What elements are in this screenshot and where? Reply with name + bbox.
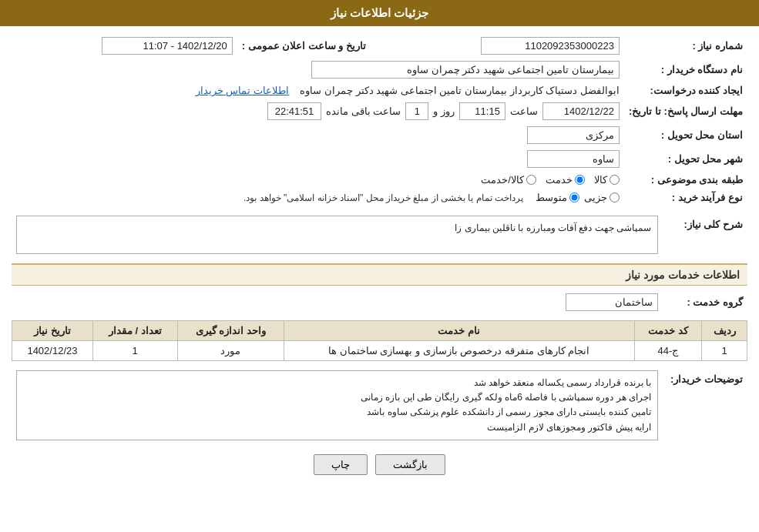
print-button[interactable]: چاپ [314,454,368,475]
cell-count: 1 [92,341,177,361]
process-label: نوع فرآیند خرید : [624,189,747,206]
services-data-table: ردیف کد خدمت نام خدمت واحد اندازه گیری ت… [12,320,747,361]
announcement-time-value: 1402/12/20 - 11:07 [12,34,237,58]
subject-label: طبقه بندی موضوعی : [624,171,747,189]
city-input: ساوه [527,150,620,168]
buyer-org-label: نام دستگاه خریدار : [624,58,747,82]
deadline-days-input: 1 [405,102,428,120]
col-count: تعداد / مقدار [92,321,177,341]
need-number-label: شماره نیاز : [624,34,747,58]
cell-name: انجام کارهای متفرقه درخصوص بازسازی و بهس… [284,341,634,361]
description-table: شرح کلی نیاز: سمپاشی جهت دفع آفات ومبارز… [12,212,747,257]
announcement-time-label: تاریخ و ساعت اعلان عمومی : [237,34,371,58]
buyer-org-input: بیمارستان تامین اجتماعی شهید دکتر چمران … [311,61,620,79]
col-unit: واحد اندازه گیری [177,321,284,341]
page-header: جزئیات اطلاعات نیاز [0,0,759,26]
process-radio-jozi[interactable]: جزیی [584,192,620,203]
col-name: نام خدمت [284,321,634,341]
action-buttons: بازگشت چاپ [12,454,747,475]
province-input: مرکزی [527,126,620,144]
buyer-notes-cell: با برنده قرارداد رسمی یکساله منعقد خواهد… [12,367,663,443]
back-button[interactable]: بازگشت [375,454,445,475]
services-section-title: اطلاعات خدمات مورد نیاز [12,263,747,286]
process-note: پرداخت تمام یا بخشی از مبلغ خریداز محل "… [243,192,523,203]
province-value: مرکزی [12,123,624,147]
buyer-notes-label: توضیحات خریدار: [663,367,747,443]
process-radio-motavasset[interactable]: متوسط [536,192,579,203]
cell-date: 1402/12/23 [12,341,93,361]
buyer-notes-table: توضیحات خریدار: با برنده قرارداد رسمی یک… [12,367,747,443]
group-service-input: ساختمان [566,293,658,311]
subject-radio-kala-khedmat[interactable]: کالا/خدمت [481,174,536,186]
days-label-static: روز و [433,105,455,117]
creator-value: ابوالفضل دستیاک کاربرداز بیمارستان تامین… [12,82,624,99]
page-title: جزئیات اطلاعات نیاز [331,6,428,19]
city-label: شهر محل تحویل : [624,147,747,171]
cell-row: 1 [702,341,747,361]
deadline-label: مهلت ارسال پاسخ: تا تاریخ: [624,99,747,123]
col-date: تاریخ نیاز [12,321,93,341]
col-code: کد خدمت [634,321,702,341]
group-service-table: گروه خدمت : ساختمان [12,290,747,314]
table-row: 1 ج-44 انجام کارهای متفرقه درخصوص بازساز… [12,341,747,361]
cell-unit: مورد [177,341,284,361]
description-box: سمپاشی جهت دفع آفات ومبارزه با ناقلین بی… [16,216,658,254]
announcement-time-input: 1402/12/20 - 11:07 [102,37,233,55]
subject-radio-khedmat[interactable]: خدمت [546,174,585,186]
cell-code: ج-44 [634,341,702,361]
creator-text: ابوالفضل دستیاک کاربرداز بیمارستان تامین… [300,85,620,96]
contact-link[interactable]: اطلاعات تماس خریدار [196,85,289,96]
info-table: شماره نیاز : 1102092353000223 تاریخ و سا… [12,34,747,206]
buyer-notes-box: با برنده قرارداد رسمی یکساله منعقد خواهد… [16,370,658,440]
buyer-note-line-2: اجرای هر دوره سمپاشی با فاصله 6ماه ولکه … [23,390,651,405]
time-label-static: ساعت [510,105,538,117]
process-row: جزیی متوسط پرداخت تمام یا بخشی از مبلغ خ… [12,189,624,206]
group-service-label: گروه خدمت : [663,290,747,314]
buyer-note-line-3: تامین کننده بایستی دارای مجوز رسمی از دا… [23,405,651,420]
buyer-org-value: بیمارستان تامین اجتماعی شهید دکتر چمران … [12,58,624,82]
buyer-note-line-4: ارایه پیش فاکتور ومجوزهای لازم الزامیست [23,420,651,435]
description-cell: سمپاشی جهت دفع آفات ومبارزه با ناقلین بی… [12,212,663,257]
deadline-date-input: 1402/12/22 [542,102,620,120]
description-label: شرح کلی نیاز: [663,212,747,257]
deadline-time-input: 11:15 [459,102,505,120]
deadline-row: 1402/12/22 ساعت 11:15 روز و 1 ساعت باقی … [12,99,624,123]
subject-radios: کالا خدمت کالا/خدمت [12,171,624,189]
col-row: ردیف [702,321,747,341]
time-remaining-input: 22:41:51 [267,102,321,120]
need-number-value: 1102092353000223 [386,34,624,58]
province-label: استان محل تحویل : [624,123,747,147]
need-number-input: 1102092353000223 [481,37,620,55]
group-service-value: ساختمان [12,290,663,314]
buyer-note-line-1: با برنده قرارداد رسمی یکساله منعقد خواهد… [23,376,651,390]
subject-radio-kala[interactable]: کالا [594,174,620,186]
creator-label: ایجاد کننده درخواست: [624,82,747,99]
remaining-label-static: ساعت باقی مانده [326,105,401,117]
city-value: ساوه [12,147,624,171]
